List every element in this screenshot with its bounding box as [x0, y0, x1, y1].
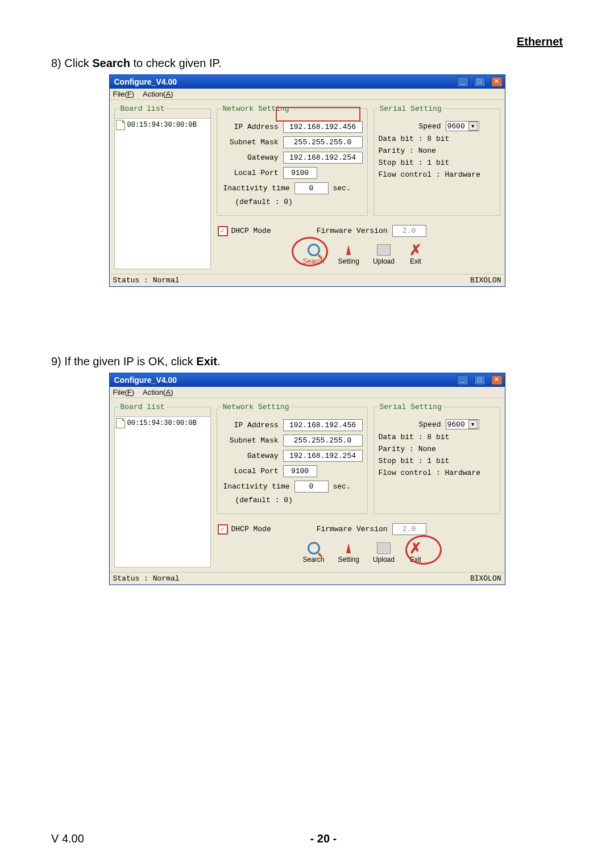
data-bit: Data bit : 8 bit — [379, 433, 450, 441]
board-list-legend: Board list — [119, 403, 166, 411]
close-icon[interactable]: × — [491, 77, 503, 87]
titlebar: Configure_V4.00 _ □ × — [110, 373, 505, 387]
menubar: File(F) Action(A) — [110, 387, 505, 398]
serial-setting-group: Serial Setting Speed 9600▾ Data bit : 8 … — [374, 403, 500, 514]
flow-control: Flow control : Hardware — [379, 469, 480, 477]
exit-icon: ✗ — [409, 241, 422, 259]
parity: Parity : None — [379, 147, 436, 155]
board-list-item[interactable]: 00:15:94:30:00:0B — [116, 418, 209, 428]
status-text: Status : Normal — [113, 276, 180, 285]
exit-button[interactable]: ✗Exit — [408, 243, 423, 265]
upload-icon — [377, 542, 391, 554]
screenshot-2: Configure_V4.00 _ □ × File(F) Action(A) … — [109, 373, 505, 585]
menu-action[interactable]: Action(A) — [143, 90, 173, 98]
step-9-pre: 9) If the given IP is OK, click — [51, 355, 196, 368]
ip-address-label: IP Address — [222, 123, 279, 131]
window-title: Configure_V4.00 — [112, 77, 456, 86]
firmware-version-label: Firmware Version — [317, 525, 388, 533]
chevron-down-icon: ▾ — [468, 122, 478, 131]
board-list-legend: Board list — [119, 105, 166, 113]
maximize-icon[interactable]: □ — [474, 375, 486, 385]
window-title: Configure_V4.00 — [112, 375, 456, 385]
network-setting-legend: Network Setting — [222, 403, 291, 411]
brand-text: BIXOLON — [470, 276, 501, 285]
speed-value: 9600 — [447, 420, 465, 429]
local-port-label: Local Port — [222, 169, 279, 177]
status-bar: Status : Normal BIXOLON — [110, 572, 505, 585]
search-icon — [308, 542, 320, 554]
upload-icon — [377, 244, 391, 256]
speed-label: Speed — [379, 122, 441, 131]
network-setting-group: Network Setting IP Address192.168.192.45… — [217, 403, 368, 514]
firmware-version-value: 2.0 — [392, 225, 426, 237]
board-list[interactable]: 00:15:94:30:00:0B — [114, 416, 211, 567]
status-bar: Status : Normal BIXOLON — [110, 274, 505, 286]
ip-address-input[interactable]: 192.168.192.456 — [283, 121, 363, 133]
subnet-mask-label: Subnet Mask — [222, 138, 279, 147]
data-bit: Data bit : 8 bit — [379, 135, 450, 143]
serial-setting-legend: Serial Setting — [379, 403, 443, 411]
speed-value: 9600 — [447, 122, 465, 131]
setting-button[interactable]: Setting — [338, 541, 359, 564]
board-item-icon — [116, 120, 125, 130]
board-list[interactable]: 00:15:94:30:00:0B — [114, 118, 211, 269]
inactivity-unit: sec. — [333, 482, 351, 491]
maximize-icon[interactable]: □ — [474, 77, 486, 87]
board-item-mac: 00:15:94:30:00:0B — [127, 121, 197, 129]
board-list-item[interactable]: 00:15:94:30:00:0B — [116, 120, 209, 130]
inactivity-input[interactable]: 0 — [294, 182, 329, 194]
local-port-input[interactable]: 9100 — [283, 167, 317, 179]
footer-version: V 4.00 — [51, 832, 84, 845]
close-icon[interactable]: × — [491, 375, 503, 385]
gateway-input[interactable]: 192.168.192.254 — [283, 152, 363, 164]
ip-address-input[interactable]: 192.168.192.456 — [283, 419, 363, 431]
menu-action[interactable]: Action(A) — [143, 388, 173, 397]
inactivity-label: Inactivity time — [222, 184, 290, 193]
search-button[interactable]: Search — [303, 243, 325, 265]
minimize-icon[interactable]: _ — [457, 77, 468, 87]
search-icon — [308, 244, 320, 256]
serial-setting-legend: Serial Setting — [379, 105, 443, 113]
step-9-bold: Exit — [196, 355, 217, 368]
minimize-icon[interactable]: _ — [457, 375, 468, 385]
inactivity-unit: sec. — [333, 184, 351, 193]
parity: Parity : None — [379, 445, 436, 453]
speed-select[interactable]: 9600▾ — [446, 419, 479, 429]
dhcp-mode-checkbox[interactable]: ✓DHCP Mode — [218, 226, 271, 236]
menu-file[interactable]: File(F) — [113, 388, 135, 397]
exit-icon: ✗ — [409, 540, 422, 557]
menu-file[interactable]: File(F) — [113, 90, 135, 98]
brand-text: BIXOLON — [470, 574, 501, 583]
network-setting-legend: Network Setting — [222, 105, 291, 113]
upload-button[interactable]: Upload — [373, 541, 395, 564]
dhcp-mode-checkbox[interactable]: ✓DHCP Mode — [218, 524, 271, 535]
upload-button-label: Upload — [373, 556, 395, 564]
subnet-mask-input[interactable]: 255.255.255.0 — [283, 435, 363, 446]
footer-page: - 20 - — [310, 832, 337, 845]
local-port-input[interactable]: 9100 — [283, 465, 317, 477]
checkbox-checked-icon: ✓ — [218, 226, 228, 236]
search-button[interactable]: Search — [303, 541, 325, 564]
screenshot-1: Configure_V4.00 _ □ × File(F) Action(A) … — [109, 74, 505, 287]
upload-button-label: Upload — [373, 257, 395, 265]
exit-button[interactable]: ✗Exit — [408, 541, 423, 564]
inactivity-default: (default : 0) — [222, 198, 304, 206]
step-8: 8) Click Search to check given IP. — [51, 57, 563, 70]
exit-button-label: Exit — [410, 556, 421, 564]
board-item-mac: 00:15:94:30:00:0B — [127, 419, 197, 427]
setting-button-label: Setting — [338, 556, 359, 564]
subnet-mask-input[interactable]: 255.255.255.0 — [283, 136, 363, 148]
inactivity-input[interactable]: 0 — [294, 481, 329, 493]
speed-label: Speed — [379, 420, 441, 429]
setting-button[interactable]: Setting — [338, 243, 359, 265]
ip-address-label: IP Address — [222, 421, 279, 429]
gateway-input[interactable]: 192.168.192.254 — [283, 450, 363, 462]
inactivity-label: Inactivity time — [222, 482, 290, 491]
upload-button[interactable]: Upload — [373, 243, 395, 265]
speed-select[interactable]: 9600▾ — [446, 121, 479, 131]
exit-button-label: Exit — [410, 257, 421, 265]
inactivity-default: (default : 0) — [222, 496, 304, 504]
window-buttons: _ □ × — [456, 77, 503, 87]
dhcp-mode-label: DHCP Mode — [231, 525, 271, 533]
serial-setting-group: Serial Setting Speed 9600▾ Data bit : 8 … — [374, 105, 500, 216]
